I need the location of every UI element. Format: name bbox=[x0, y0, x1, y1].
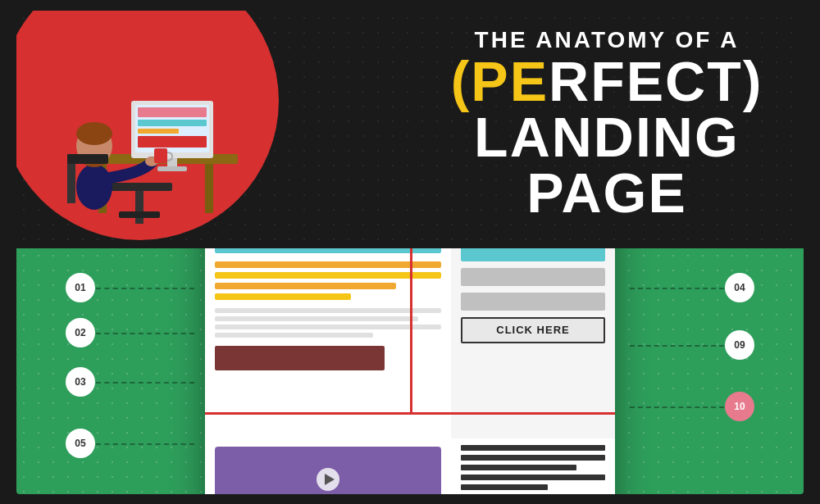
dashed-line-09 bbox=[630, 345, 724, 347]
video-thumbnail bbox=[215, 447, 441, 494]
headline-lines bbox=[215, 261, 441, 300]
red-horizontal-line bbox=[205, 412, 615, 415]
body-line-1 bbox=[215, 308, 441, 313]
svg-rect-8 bbox=[138, 107, 207, 117]
svg-rect-21 bbox=[154, 148, 167, 163]
svg-rect-11 bbox=[138, 136, 207, 148]
person-illustration bbox=[25, 27, 271, 240]
dashed-line-05 bbox=[96, 443, 194, 445]
dashed-line-02 bbox=[96, 333, 194, 334]
svg-rect-20 bbox=[67, 154, 108, 164]
title-line3: LANDING bbox=[435, 109, 779, 165]
svg-point-16 bbox=[76, 122, 112, 145]
svg-rect-9 bbox=[138, 120, 207, 126]
rb-line-2 bbox=[461, 455, 605, 461]
body-line-2 bbox=[215, 316, 418, 321]
bottom-section: 01 02 03 05 04 09 10 ↻ bbox=[16, 248, 804, 494]
dashed-line-04 bbox=[630, 288, 724, 289]
browser-bottom bbox=[205, 438, 615, 494]
headline-3 bbox=[215, 283, 396, 289]
left-content-pane bbox=[205, 248, 451, 438]
body-text-lines bbox=[215, 308, 441, 338]
svg-rect-2 bbox=[205, 164, 213, 213]
dashed-line-03 bbox=[96, 382, 194, 384]
title-rfect: RFECT) bbox=[549, 50, 763, 112]
browser-mockup: ↻ bbox=[205, 248, 615, 494]
dashed-line-01 bbox=[96, 288, 194, 289]
rb-line-5 bbox=[461, 484, 548, 490]
title-line2: (PERFECT) bbox=[435, 53, 779, 109]
left-bottom-pane bbox=[205, 438, 451, 494]
badge-05: 05 bbox=[66, 429, 95, 458]
badge-02: 02 bbox=[66, 318, 95, 347]
red-divider bbox=[410, 248, 412, 412]
svg-rect-5 bbox=[119, 211, 160, 218]
form-field-3 bbox=[461, 268, 605, 286]
svg-rect-4 bbox=[135, 191, 144, 224]
headline-2 bbox=[215, 272, 441, 279]
svg-rect-10 bbox=[138, 129, 179, 134]
headline-1 bbox=[215, 261, 441, 268]
form-field-2 bbox=[461, 248, 605, 261]
title-area: THE ANATOMY OF A (PERFECT) LANDING PAGE bbox=[435, 27, 779, 220]
form-field-4 bbox=[461, 293, 605, 311]
badge-09: 09 bbox=[725, 330, 754, 360]
badge-03: 03 bbox=[66, 367, 95, 397]
svg-rect-3 bbox=[107, 183, 172, 191]
hero-banner bbox=[215, 248, 441, 253]
main-container: THE ANATOMY OF A (PERFECT) LANDING PAGE … bbox=[16, 11, 804, 494]
play-button[interactable] bbox=[317, 468, 339, 491]
click-here-button[interactable]: CLICK HERE bbox=[461, 317, 605, 343]
body-line-4 bbox=[215, 333, 373, 338]
svg-point-14 bbox=[76, 164, 112, 210]
rb-line-1 bbox=[461, 445, 605, 451]
badge-01: 01 bbox=[66, 273, 95, 302]
headline-4 bbox=[215, 293, 351, 300]
rb-line-4 bbox=[461, 474, 605, 480]
dashed-line-10 bbox=[630, 406, 724, 408]
badge-10: 10 bbox=[725, 392, 754, 421]
top-section: THE ANATOMY OF A (PERFECT) LANDING PAGE bbox=[16, 11, 804, 248]
right-bottom-pane bbox=[451, 438, 615, 494]
rb-line-3 bbox=[461, 465, 576, 470]
body-line-3 bbox=[215, 325, 441, 329]
title-pe: (PE bbox=[451, 50, 549, 112]
play-icon bbox=[325, 474, 335, 485]
right-form-pane: CLICK HERE bbox=[451, 248, 615, 438]
svg-rect-13 bbox=[157, 166, 187, 171]
title-line4: PAGE bbox=[435, 165, 779, 220]
badge-04: 04 bbox=[725, 273, 754, 302]
cta-bar bbox=[215, 346, 385, 370]
browser-content: CLICK HERE bbox=[205, 248, 615, 438]
